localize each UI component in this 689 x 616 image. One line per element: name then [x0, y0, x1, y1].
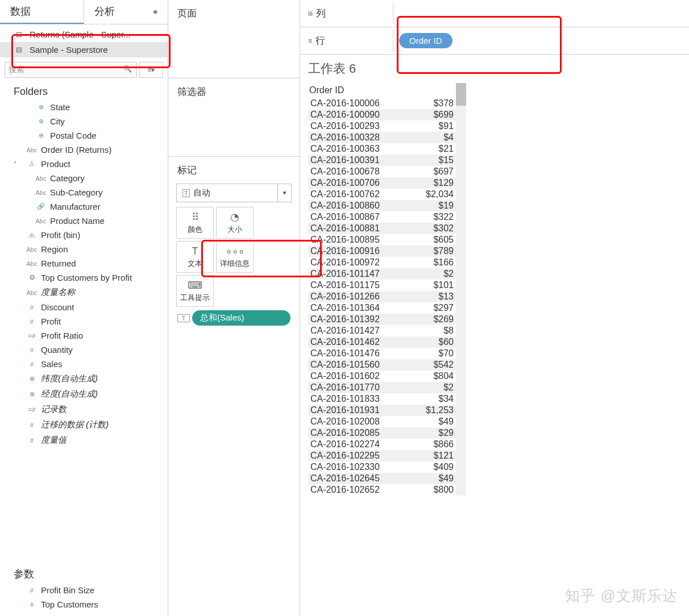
vertical-scrollbar[interactable]: [456, 83, 466, 496]
pages-shelf[interactable]: [174, 22, 294, 73]
field-profit-bin-[interactable]: .ılı.Profit (bin): [0, 228, 168, 242]
field-order-id-returns-[interactable]: AbcOrder ID (Returns): [0, 143, 168, 157]
mark-button-工具提示[interactable]: ⌨工具提示: [176, 275, 214, 307]
table-row[interactable]: CA-2016-101833$34: [308, 393, 456, 405]
field-type-icon: 🔗: [34, 203, 48, 210]
table-row[interactable]: CA-2016-101602$804: [308, 371, 456, 382]
field-top-customers-by-profit[interactable]: ✪Top Customers by Profit: [0, 270, 168, 285]
param-icon: #: [25, 587, 39, 594]
field--[interactable]: =#记录数: [0, 402, 168, 417]
table-row[interactable]: CA-2016-102330$409: [308, 461, 456, 473]
tab-analysis[interactable]: 分析◆: [84, 0, 168, 24]
rows-shelf[interactable]: Order ID: [393, 31, 689, 51]
columns-shelf[interactable]: [393, 11, 689, 16]
datasource-item-0[interactable]: ⊟Returns (Sample - Super...: [0, 27, 168, 42]
worksheet-title[interactable]: 工作表 6: [308, 60, 681, 77]
table-row[interactable]: CA-2016-101364$297: [308, 302, 456, 314]
param-top-customers[interactable]: #Top Customers: [0, 597, 168, 611]
field-type-icon: Abc: [25, 260, 39, 267]
table-row[interactable]: CA-2016-100916$789: [308, 245, 456, 257]
table-row[interactable]: CA-2016-100762$2,034: [308, 189, 456, 200]
field-quantity[interactable]: #Quantity: [0, 343, 168, 357]
field-label: State: [50, 102, 70, 112]
field-state[interactable]: ⊕State: [0, 100, 168, 114]
mark-button-文本[interactable]: T文本: [176, 241, 214, 273]
mark-button-大小[interactable]: ◔大小: [216, 207, 254, 239]
field--[interactable]: #迁移的数据 (计数): [0, 417, 168, 432]
cell-orderid: CA-2016-100328: [310, 132, 414, 143]
table-row[interactable]: CA-2016-100881$302: [308, 223, 456, 234]
cell-orderid: CA-2016-101833: [310, 394, 414, 404]
cell-value: $2: [414, 382, 454, 393]
table-row[interactable]: CA-2016-102085$29: [308, 427, 456, 439]
table-row[interactable]: CA-2016-102274$866: [308, 439, 456, 450]
table-row[interactable]: CA-2016-101175$101: [308, 280, 456, 291]
table-row[interactable]: CA-2016-101427$8: [308, 325, 456, 336]
field-type-icon: .ılı.: [25, 232, 39, 239]
field-region[interactable]: AbcRegion: [0, 242, 168, 256]
table-row[interactable]: CA-2016-102008$49: [308, 416, 456, 427]
datasource-item-1[interactable]: ⊟Sample - Superstore: [0, 42, 168, 57]
field-sales[interactable]: #Sales: [0, 357, 168, 371]
table-row[interactable]: CA-2016-100895$605: [308, 234, 456, 245]
mark-button-详细信息[interactable]: ∘∘∘详细信息: [216, 241, 254, 273]
cell-orderid: CA-2016-102295: [310, 451, 414, 461]
marks-type-dropdown[interactable]: T自动 ▼: [176, 184, 292, 202]
field-discount[interactable]: #Discount: [0, 300, 168, 314]
tab-data[interactable]: 数据: [0, 0, 84, 24]
table-row[interactable]: CA-2016-100328$4: [308, 132, 456, 143]
table-row[interactable]: CA-2016-100363$21: [308, 143, 456, 155]
table-row[interactable]: CA-2016-100090$699: [308, 109, 456, 120]
field--[interactable]: Abc度量名称: [0, 285, 168, 300]
table-row[interactable]: CA-2016-101560$542: [308, 359, 456, 371]
expand-icon[interactable]: ˅: [14, 161, 22, 167]
mark-pill-sales[interactable]: 总和(Sales): [192, 310, 290, 326]
row-pill-orderid[interactable]: Order ID: [399, 33, 453, 48]
field-sub-category[interactable]: AbcSub-Category: [0, 185, 168, 199]
field-profit[interactable]: #Profit: [0, 314, 168, 328]
search-icon: 🔍: [123, 65, 132, 73]
table-row[interactable]: CA-2016-100391$15: [308, 155, 456, 166]
table-row[interactable]: CA-2016-101476$70: [308, 348, 456, 359]
field-postal-code[interactable]: ⊕Postal Code: [0, 128, 168, 143]
table-row[interactable]: CA-2016-101147$2: [308, 268, 456, 280]
table-row[interactable]: CA-2016-100678$697: [308, 166, 456, 177]
table-row[interactable]: CA-2016-102652$800: [308, 484, 456, 496]
param-profit-bin-size[interactable]: #Profit Bin Size: [0, 583, 168, 597]
table-row[interactable]: CA-2016-102645$49: [308, 473, 456, 484]
table-row[interactable]: CA-2016-100293$91: [308, 120, 456, 132]
field--[interactable]: #度量值: [0, 432, 168, 448]
field-city[interactable]: ⊕City: [0, 114, 168, 128]
field-profit-ratio[interactable]: =#Profit Ratio: [0, 328, 168, 343]
table-row[interactable]: CA-2016-100867$322: [308, 211, 456, 223]
table-row[interactable]: CA-2016-100860$19: [308, 200, 456, 211]
field-type-icon: ✪: [25, 274, 39, 281]
field-category[interactable]: AbcCategory: [0, 171, 168, 185]
table-row[interactable]: CA-2016-100972$166: [308, 257, 456, 268]
scrollbar-thumb[interactable]: [456, 83, 466, 106]
field-returned[interactable]: AbcReturned: [0, 256, 168, 270]
table-row[interactable]: CA-2016-100706$129: [308, 177, 456, 189]
table-row[interactable]: CA-2016-101266$13: [308, 291, 456, 302]
table-row[interactable]: CA-2016-101462$60: [308, 336, 456, 348]
search-input[interactable]: 搜索 🔍: [5, 62, 137, 78]
cell-value: $21: [414, 144, 454, 154]
field-product[interactable]: ˅♙Product: [0, 157, 168, 171]
field--[interactable]: ⊕经度(自动生成): [0, 386, 168, 402]
cell-orderid: CA-2016-102085: [310, 428, 414, 438]
field-manufacturer[interactable]: 🔗Manufacturer: [0, 199, 168, 214]
field--[interactable]: ⊕纬度(自动生成): [0, 371, 168, 386]
mark-button-颜色[interactable]: ⠿颜色: [176, 207, 214, 239]
table-row[interactable]: CA-2016-101770$2: [308, 382, 456, 393]
cell-value: $378: [414, 98, 454, 109]
cell-orderid: CA-2016-102652: [310, 485, 414, 495]
view-list-button[interactable]: ≡▾: [139, 62, 163, 78]
table-row[interactable]: CA-2016-101931$1,253: [308, 405, 456, 416]
field-label: Discount: [41, 302, 74, 312]
cell-value: $800: [414, 485, 454, 495]
table-row[interactable]: CA-2016-101392$269: [308, 314, 456, 325]
table-row[interactable]: CA-2016-102295$121: [308, 450, 456, 461]
filters-shelf[interactable]: [174, 101, 294, 152]
field-product-name[interactable]: AbcProduct Name: [0, 214, 168, 228]
table-row[interactable]: CA-2016-100006$378: [308, 98, 456, 109]
